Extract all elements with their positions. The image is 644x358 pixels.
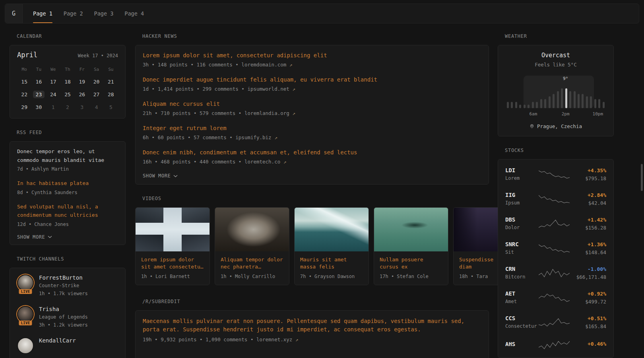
weather-location: Prague, Czechia <box>504 123 607 129</box>
temp-bar <box>532 102 534 108</box>
calendar-day: 22 <box>17 90 31 99</box>
temp-bar <box>544 99 546 108</box>
calendar-day: 19 <box>75 77 89 86</box>
temp-bar <box>561 88 563 108</box>
twitch-channel[interactable]: LIVE Trisha League of Legends 3h • 1.2k … <box>17 306 118 328</box>
temp-bar <box>528 105 530 108</box>
hn-item-title[interactable]: Aliquam nec cursus elit <box>143 100 481 107</box>
external-link-icon: ↗ <box>295 337 299 342</box>
hn-item-meta: 6h • 60 points • 57 comments • ipsumify.… <box>143 134 481 140</box>
temp-bar <box>582 94 584 108</box>
stock-ticker: AET <box>505 290 539 297</box>
hn-item: Donec enim nibh, condimentum et accumsan… <box>143 149 481 165</box>
channel-name[interactable]: ForrestBurton <box>39 274 88 281</box>
rss-item-meta: 12d • Chance Jones <box>17 222 118 227</box>
stock-row[interactable]: AETAmet +0.92%$499.72 <box>505 285 606 310</box>
temp-bar <box>511 102 513 108</box>
video-title[interactable]: Mauris sit ametmassa felis <box>300 256 363 270</box>
stock-name: Ipsum <box>505 200 539 206</box>
video-title[interactable]: Aliquam tempor dolornec pharetra… <box>221 256 283 270</box>
hn-item-title[interactable]: Donec enim nibh, condimentum et accumsan… <box>143 149 481 156</box>
stock-name: Lorem <box>505 175 539 181</box>
video-thumbnail[interactable] <box>215 208 289 251</box>
external-link-icon: ↗ <box>283 159 287 165</box>
chevron-down-icon <box>48 235 52 238</box>
hn-item-domain-link[interactable]: loremtech.co ↗ <box>244 159 286 165</box>
video-card[interactable]: Mauris sit ametmassa felis 7h • Grayson … <box>294 207 369 285</box>
calendar-day: 29 <box>17 102 31 112</box>
calendar-grid: 1516171819202122232425262728293012345 <box>17 77 118 112</box>
hn-item-meta: 3h • 148 points • 116 comments • loremdo… <box>143 62 481 68</box>
hn-item-domain-link[interactable]: loremdomain.com ↗ <box>241 62 292 68</box>
twitch-channel[interactable]: LIVE ForrestBurton Counter-Strike 1h • 1… <box>17 274 118 297</box>
hn-item: Aliquam nec cursus elit 21h • 710 points… <box>143 100 481 116</box>
video-card[interactable]: Nullam posuerecursus ex 17h • Stefan Col… <box>374 207 448 285</box>
calendar-header: April Week 17 • 2024 <box>17 51 118 59</box>
hn-item-title[interactable]: Donec imperdiet augue tincidunt felis al… <box>143 76 481 83</box>
calendar-day: 21 <box>104 77 118 86</box>
hn-item-meta: 1d • 1,414 points • 299 comments • ipsum… <box>143 86 481 92</box>
rss-item-meta: 8d • Cynthia Saunders <box>17 190 118 195</box>
section-title-subreddit: /R/SUBREDDIT <box>142 299 489 304</box>
stock-row[interactable]: LDILorem +4.35%$795.18 <box>505 162 606 187</box>
stock-row[interactable]: DBSDolor +1.42%$156.28 <box>505 211 606 236</box>
rss-card: Donec tempor eros leo, ut commodo mauris… <box>10 141 126 245</box>
tab-page-2[interactable]: Page 2 <box>64 4 83 23</box>
calendar-day: 3 <box>75 102 89 112</box>
hn-item-domain-link[interactable]: ipsumworld.net ↗ <box>247 86 295 92</box>
rss-item-title[interactable]: Donec tempor eros leo, ut commodo mauris… <box>17 147 118 164</box>
rss-show-more-button[interactable]: SHOW MORE <box>17 234 52 240</box>
avatar-wrapper <box>17 337 34 354</box>
scrollbar-thumb[interactable] <box>641 164 643 191</box>
twitch-channel[interactable]: KendallCarr <box>17 337 118 354</box>
post-meta: 19h • 9,932 points • 1,090 comments • lo… <box>143 337 481 342</box>
subreddit-post: Maecenas mollis pulvinar erat non posuer… <box>143 317 481 342</box>
rss-item: In hac habitasse platea 8d • Cynthia Sau… <box>17 179 118 195</box>
video-title[interactable]: Nullam posuerecursus ex <box>380 256 442 270</box>
temp-bar <box>574 91 576 108</box>
video-thumbnail[interactable] <box>136 208 209 251</box>
rss-item-title[interactable]: In hac habitasse platea <box>17 179 118 188</box>
hn-item-domain-link[interactable]: loremlandia.org ↗ <box>244 110 295 116</box>
stock-row[interactable]: CRNBitcorn -1.00%$66,171.48 <box>505 261 606 285</box>
avatar-wrapper: LIVE <box>17 306 34 323</box>
calendar-day: 4 <box>89 102 103 112</box>
video-card[interactable]: Lorem ipsum dolorsit amet consectetu… 1h… <box>135 207 210 285</box>
tab-page-1[interactable]: Page 1 <box>33 4 52 23</box>
calendar-card: April Week 17 • 2024 MoTuWeThFrSaSu 1516… <box>10 45 126 119</box>
post-domain-link[interactable]: loremnet.xyz ↗ <box>256 337 298 342</box>
stock-row[interactable]: SNRCSit +1.36%$148.64 <box>505 236 606 261</box>
channel-viewers: 3h • 1.2k viewers <box>39 322 88 328</box>
avatar <box>17 306 34 323</box>
tab-page-3[interactable]: Page 3 <box>94 4 114 23</box>
hn-item-domain-link[interactable]: ipsumify.biz ↗ <box>235 134 277 140</box>
stock-price: $795.18 <box>572 175 606 181</box>
hn-show-more-button[interactable]: SHOW MORE <box>143 173 178 179</box>
stock-row[interactable]: CCSConsectetur +0.51%$165.84 <box>505 310 606 335</box>
time-label: 6am <box>529 111 537 117</box>
section-title-twitch: TWITCH CHANNELS <box>17 256 126 262</box>
stock-price: $156.28 <box>572 225 606 231</box>
video-card[interactable]: Aliquam tempor dolornec pharetra… 1h • M… <box>215 207 289 285</box>
video-thumbnail[interactable] <box>374 208 448 251</box>
rss-item-title[interactable]: Sed volutpat nulla nisl, a condimentum n… <box>17 202 118 220</box>
section-title-rss: RSS FEED <box>17 130 126 135</box>
hn-item-title[interactable]: Lorem ipsum dolor sit amet, consectetur … <box>143 52 481 59</box>
hackernews-card: Lorem ipsum dolor sit amet, consectetur … <box>135 45 489 185</box>
weather-bars <box>507 84 605 108</box>
stock-sparkline <box>539 169 570 179</box>
twitch-widget: TWITCH CHANNELS LIVE ForrestBurton Count… <box>10 256 126 358</box>
post-title[interactable]: Maecenas mollis pulvinar erat non posuer… <box>143 317 481 333</box>
channel-name[interactable]: Trisha <box>39 306 88 313</box>
video-meta: 1h • Molly Carrillo <box>221 274 283 279</box>
stock-row[interactable]: IIGIpsum +2.84%$42.04 <box>505 187 606 211</box>
hn-item-title[interactable]: Integer eget rutrum lorem <box>143 125 481 132</box>
stock-row[interactable]: AHS +0.46% <box>505 335 606 355</box>
channel-game: Counter-Strike <box>39 283 88 289</box>
external-link-icon: ↗ <box>292 110 295 116</box>
video-thumbnail[interactable] <box>295 208 369 251</box>
tab-page-4[interactable]: Page 4 <box>124 4 144 23</box>
video-title[interactable]: Lorem ipsum dolorsit amet consectetu… <box>141 256 204 270</box>
live-badge: LIVE <box>19 289 32 294</box>
channel-name[interactable]: KendallCarr <box>39 337 76 344</box>
